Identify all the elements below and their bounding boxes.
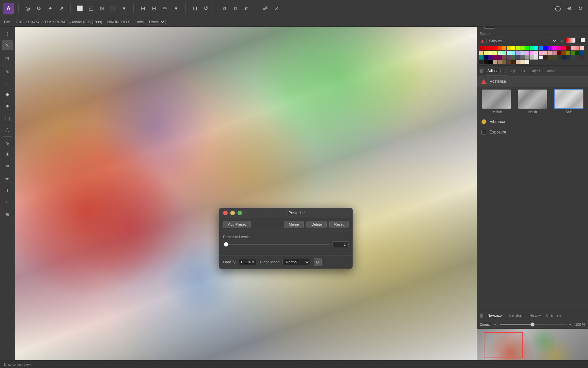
- toolbar-history[interactable]: ⊡: [189, 3, 200, 14]
- tab-navigator[interactable]: Navigator: [485, 310, 505, 320]
- swatch-cell[interactable]: [484, 46, 488, 50]
- swatch-cell[interactable]: [566, 55, 570, 60]
- swatch-cell[interactable]: [557, 46, 561, 50]
- merge-btn[interactable]: Merge: [284, 221, 304, 228]
- toolbar-marquee-rect[interactable]: ◱: [86, 3, 96, 14]
- adjustment-posterise[interactable]: Posterise: [477, 76, 588, 87]
- fill-tool[interactable]: ◆: [2, 89, 13, 99]
- swatch-cell[interactable]: [530, 55, 534, 60]
- swatch-cell[interactable]: [507, 55, 511, 60]
- preset-default[interactable]: Default: [480, 89, 513, 114]
- swatch-cell[interactable]: [525, 60, 529, 64]
- swatch-cell[interactable]: [566, 46, 570, 50]
- swatch-cell[interactable]: [543, 55, 547, 60]
- toolbar-mask[interactable]: ⬛: [108, 3, 118, 14]
- swatch-cell[interactable]: [575, 46, 580, 50]
- swatch-cell[interactable]: [479, 46, 483, 50]
- swatch-cell[interactable]: [484, 51, 488, 55]
- swatch-cell[interactable]: [539, 55, 543, 60]
- delete-btn[interactable]: Delete: [306, 221, 327, 228]
- swatch-cell[interactable]: [534, 46, 538, 50]
- toolbar-btn-undo[interactable]: ◎: [23, 3, 33, 14]
- swatch-cell[interactable]: [498, 60, 502, 64]
- toolbar-export1[interactable]: ⧣: [260, 3, 270, 14]
- reset-btn[interactable]: Reset: [329, 221, 349, 228]
- toolbar-arrange2[interactable]: ⧈: [230, 3, 241, 14]
- swatch-cell[interactable]: [530, 46, 534, 50]
- toolbar-brush-drop[interactable]: ▾: [171, 3, 181, 14]
- selection-tool[interactable]: ⬚: [2, 114, 13, 124]
- dodge-tool[interactable]: ☀: [2, 149, 13, 160]
- dialog-opacity-select[interactable]: 100 % ▾: [238, 259, 256, 265]
- move-tool[interactable]: ↖: [2, 40, 13, 50]
- adjustment-vibrance[interactable]: Vibrance: [477, 116, 588, 127]
- swatch-cell[interactable]: [534, 51, 538, 55]
- tab-fx[interactable]: FX: [518, 66, 528, 76]
- swatch-cell[interactable]: [516, 46, 520, 50]
- swatch-cell[interactable]: [548, 51, 552, 55]
- palette-name-select[interactable]: Colours: [486, 38, 557, 44]
- swatch-cell[interactable]: [479, 60, 483, 64]
- swatch-cell[interactable]: [488, 46, 493, 50]
- toolbar-right1[interactable]: ◯: [553, 3, 563, 14]
- swatch-cell[interactable]: [493, 51, 497, 55]
- tab-history[interactable]: History: [527, 310, 543, 320]
- pointer-tool[interactable]: ⊹: [2, 29, 13, 39]
- smudge-tool[interactable]: ∿: [2, 138, 13, 149]
- tab-stock[interactable]: Stock: [543, 66, 557, 76]
- tab-adjustment[interactable]: Adjustment: [485, 66, 508, 76]
- dialog-settings-btn[interactable]: ⚙: [314, 258, 322, 266]
- adj-menu-icon[interactable]: |||: [480, 69, 485, 73]
- swatch-cell[interactable]: [493, 55, 497, 60]
- toolbar-marquee[interactable]: ⬜: [74, 3, 85, 14]
- toolbar-btn-export[interactable]: ↗: [56, 3, 66, 14]
- swatch-cell[interactable]: [493, 46, 497, 50]
- swatch-cell[interactable]: [552, 46, 557, 50]
- swatch-cell[interactable]: [502, 55, 506, 60]
- swatch-cell[interactable]: [484, 55, 488, 60]
- crop-tool[interactable]: ⊡: [2, 53, 13, 64]
- toolbar-export2[interactable]: ⊿: [271, 3, 282, 14]
- swatch-cell[interactable]: [534, 55, 538, 60]
- swatch-cell[interactable]: [511, 51, 515, 55]
- posterise-slider-thumb[interactable]: [224, 242, 228, 247]
- toolbar-right3[interactable]: ↻: [575, 3, 585, 14]
- swatch-cell[interactable]: [488, 55, 493, 60]
- swatch-cell[interactable]: [548, 55, 552, 60]
- swatch-cell[interactable]: [575, 55, 580, 60]
- swatch-cell[interactable]: [566, 51, 570, 55]
- dialog-close-btn[interactable]: [223, 211, 228, 215]
- swatch-cell[interactable]: [516, 60, 520, 64]
- swatch-cell[interactable]: [575, 51, 580, 55]
- toolbar-grid[interactable]: ⊞: [138, 3, 148, 14]
- swatch-cell[interactable]: [562, 46, 566, 50]
- swatch-cell[interactable]: [539, 46, 543, 50]
- units-select[interactable]: Pixels: [146, 19, 166, 25]
- zoom-in-btn[interactable]: +: [567, 322, 573, 327]
- swatch-cell[interactable]: [511, 60, 515, 64]
- toolbar-snap[interactable]: ⊟: [149, 3, 159, 14]
- swatch-cell[interactable]: [493, 60, 497, 64]
- swatch-cell[interactable]: [525, 51, 529, 55]
- preset-default-img[interactable]: [482, 89, 511, 109]
- swatch-cell[interactable]: [479, 55, 483, 60]
- toolbar-brush-set[interactable]: ✏: [160, 3, 170, 14]
- swatch-cell[interactable]: [507, 46, 511, 50]
- swatch-cell[interactable]: [498, 51, 502, 55]
- toolbar-right2[interactable]: ⊕: [564, 3, 574, 14]
- swatch-cell[interactable]: [520, 55, 525, 60]
- nav-menu-icon[interactable]: |||: [480, 313, 485, 318]
- tab-lyr[interactable]: Lyr: [508, 66, 518, 76]
- swatch-cell[interactable]: [530, 51, 534, 55]
- shape-tool[interactable]: ▭: [2, 196, 13, 206]
- swatch-cell[interactable]: [516, 55, 520, 60]
- swatch-cell[interactable]: [571, 51, 575, 55]
- dialog-minimize-btn[interactable]: [230, 211, 235, 215]
- toolbar-mask-drop[interactable]: ▾: [119, 3, 129, 14]
- swatch-cell[interactable]: [488, 51, 493, 55]
- nav-viewport-rect[interactable]: [484, 332, 523, 358]
- swatch-cell[interactable]: [571, 55, 575, 60]
- swatch-cell[interactable]: [557, 55, 561, 60]
- zoom-out-btn[interactable]: −: [492, 322, 498, 327]
- swatch-cell[interactable]: [571, 46, 575, 50]
